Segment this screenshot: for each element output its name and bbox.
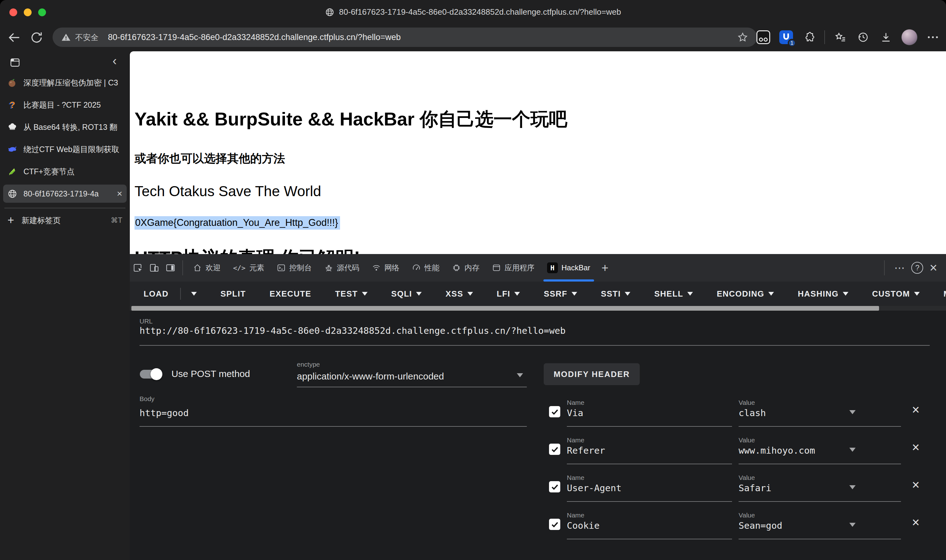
tab-actions-icon[interactable] <box>10 57 20 68</box>
remove-header-button[interactable]: × <box>912 403 920 416</box>
header-name-select[interactable]: User-Agent <box>567 483 621 493</box>
security-label[interactable]: 不安全 <box>75 32 98 43</box>
hackbar-menu-execute[interactable]: EXECUTE <box>270 289 311 299</box>
enctype-select[interactable]: application/x-www-form-urlencoded <box>297 371 444 382</box>
more-tabs-button[interactable]: + <box>597 261 614 275</box>
bitwarden-extension-button[interactable]: 1 <box>778 30 794 45</box>
chevron-down-icon <box>362 292 368 295</box>
profile-avatar[interactable] <box>901 29 918 45</box>
not-secure-warning-icon[interactable] <box>61 32 71 42</box>
remove-header-button[interactable]: × <box>912 478 920 491</box>
sidebar-tab-zip-encryption[interactable]: 深度理解压缩包伪加密 | C3 <box>3 74 127 92</box>
sidebar-tab-active-challenge[interactable]: 80-6f167623-1719-4a × <box>3 185 127 203</box>
devtools-tab-memory[interactable]: 内存 <box>446 254 486 282</box>
reload-button[interactable] <box>28 28 46 47</box>
hackbar-menu-sqli[interactable]: SQLI <box>391 289 422 299</box>
address-bar[interactable]: 不安全 80-6f167623-1719-4a5c-86e0-d2a332488… <box>52 28 757 47</box>
history-clock-icon <box>857 31 869 43</box>
devtools-help-button[interactable]: ? <box>911 262 923 274</box>
bookmark-star-icon[interactable] <box>737 32 748 43</box>
tab-label: 比赛题目 - ?CTF 2025 <box>23 100 101 110</box>
hackbar-menu-test[interactable]: TEST <box>335 289 367 299</box>
header-name-select[interactable]: Via <box>567 408 583 418</box>
hackbar-menu-ssrf[interactable]: SSRF <box>544 289 577 299</box>
devtools-tab-performance[interactable]: 性能 <box>406 254 446 282</box>
body-input[interactable]: http=good <box>140 408 189 418</box>
downloads-button[interactable] <box>878 30 894 45</box>
header-value-input[interactable]: Sean=god <box>738 520 782 531</box>
back-button[interactable] <box>5 28 23 47</box>
hackbar-menu-mode[interactable]: MODE <box>943 289 946 299</box>
header-value-input[interactable]: clash <box>738 408 766 418</box>
chevron-down-icon[interactable] <box>849 523 855 527</box>
devtools-tab-console[interactable]: 控制台 <box>271 254 318 282</box>
hackbar-scrollbar-track[interactable] <box>130 306 946 311</box>
url-field-label: URL <box>140 317 153 325</box>
hackbar-menu-xss[interactable]: XSS <box>446 289 473 299</box>
hackbar-menu-lfi[interactable]: LFI <box>497 289 520 299</box>
url-input[interactable]: http://80-6f167623-1719-4a5c-86e0-d2a332… <box>140 325 566 336</box>
devtools-tab-network[interactable]: 网络 <box>366 254 406 282</box>
devtools-tab-hackbar[interactable]: H HackBar <box>541 254 597 282</box>
chevron-down-icon[interactable] <box>849 448 855 452</box>
scrollbar-thumb[interactable] <box>131 306 879 311</box>
devtools-tab-application[interactable]: 应用程序 <box>486 254 541 282</box>
hackbar-menu-custom[interactable]: CUSTOM <box>872 289 920 299</box>
history-button[interactable] <box>855 30 871 45</box>
more-options-button[interactable] <box>925 30 940 45</box>
chevron-down-icon <box>514 292 520 295</box>
hackbar-menu-split[interactable]: SPLIT <box>220 289 246 299</box>
chevron-down-icon[interactable] <box>849 410 855 414</box>
hackbar-menu-hashing[interactable]: HASHING <box>798 289 848 299</box>
chevron-down-icon[interactable] <box>191 292 197 295</box>
header-value-input[interactable]: Safari <box>738 483 771 493</box>
modify-header-button[interactable]: MODIFY HEADER <box>544 363 640 385</box>
use-post-toggle-thumb[interactable] <box>151 368 162 380</box>
chevron-down-icon[interactable] <box>517 373 523 377</box>
sidebar-tab-ctf-node[interactable]: CTF+竞赛节点 <box>3 162 127 180</box>
remove-header-button[interactable]: × <box>912 516 920 529</box>
collapse-sidebar-button[interactable]: ‹ <box>112 54 117 67</box>
device-toolbar-button[interactable] <box>146 259 162 277</box>
header-value-input[interactable]: www.mihoyo.com <box>738 445 815 456</box>
hackbar-menu-load[interactable]: LOAD <box>144 288 197 300</box>
hackbar-icon: H <box>547 263 558 273</box>
network-icon <box>372 263 381 272</box>
address-url[interactable]: 80-6f167623-1719-4a5c-86e0-d2a33248852d.… <box>108 32 401 42</box>
binoculars-extension-button[interactable] <box>756 30 771 45</box>
devtools-tab-elements[interactable]: </> 元素 <box>227 254 271 282</box>
plus-icon: + <box>8 215 14 226</box>
tab-label: CTF+竞赛节点 <box>23 166 74 177</box>
devtools-tab-sources[interactable]: 源代码 <box>318 254 366 282</box>
window-title: 80-6f167623-1719-4a5c-86e0-d2a33248852d.… <box>0 0 946 24</box>
page-heading-tools: Yakit && BurpSuite && HackBar 你自己选一个玩吧 <box>134 107 567 132</box>
hackbar-menu-encoding[interactable]: ENCODING <box>717 289 774 299</box>
devtools-menu-button[interactable]: ⋯ <box>891 262 909 274</box>
sidebar-tab-ctf-2025[interactable]: ? 比赛题目 - ?CTF 2025 <box>3 96 127 114</box>
header-name-select[interactable]: Referer <box>567 445 605 456</box>
header-enabled-checkbox[interactable] <box>549 406 560 417</box>
inspect-element-button[interactable] <box>130 259 146 277</box>
globe-icon <box>325 8 334 17</box>
devtools-close-button[interactable]: × <box>926 260 941 275</box>
header-value-label: Value <box>738 399 755 406</box>
new-tab-button[interactable]: + 新建标签页 ⌘T <box>0 211 130 229</box>
chevron-down-icon <box>572 292 577 295</box>
hackbar-menu-ssti[interactable]: SSTI <box>601 289 631 299</box>
header-name-select[interactable]: Cookie <box>567 520 600 531</box>
favorites-button[interactable] <box>833 30 848 45</box>
hackbar-menu-shell[interactable]: SHELL <box>654 289 693 299</box>
sidebar-tab-deepseek[interactable]: 绕过CTF Web题目限制获取 <box>3 140 127 158</box>
chevron-down-icon[interactable] <box>849 485 855 489</box>
devtools-tab-welcome[interactable]: 欢迎 <box>187 254 227 282</box>
header-value-underline <box>738 539 901 539</box>
close-tab-button[interactable]: × <box>117 188 122 199</box>
remove-header-button[interactable]: × <box>912 441 920 454</box>
menu-separator <box>180 288 181 300</box>
extensions-menu-button[interactable] <box>801 30 817 45</box>
sidebar-tab-cyberchef[interactable]: 从 Base64 转换, ROT13 翻 <box>3 118 127 136</box>
header-enabled-checkbox[interactable] <box>549 519 560 530</box>
header-enabled-checkbox[interactable] <box>549 481 560 492</box>
dock-side-button[interactable] <box>162 259 178 277</box>
header-enabled-checkbox[interactable] <box>549 444 560 455</box>
